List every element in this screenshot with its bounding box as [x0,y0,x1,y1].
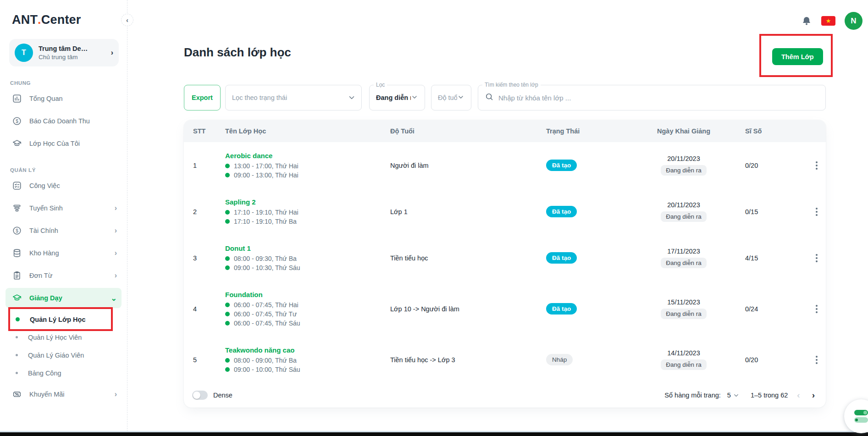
pagination: Số hàng mỗi trang: 5 1–5 trong 62 ‹ › [664,390,818,400]
cell-stt: 5 [184,356,225,364]
cell-age: Người đi làm [390,162,546,169]
sidebar-subitem-bang-cong[interactable]: Bảng Công [6,364,122,382]
green-dot-icon [225,367,230,372]
chevron-down-icon [348,94,356,102]
cell-actions [807,302,826,316]
flag-vietnam-icon[interactable]: ★ [821,16,835,26]
sidebar-item-cong-viec[interactable]: Công Việc [6,176,122,196]
schedule-line: 17:10 - 19:10, Thứ Ba [225,218,390,225]
class-name-link[interactable]: Foundation [225,291,390,298]
table-footer: Dense Số hàng mỗi trang: 5 1–5 trong 62 … [184,383,826,408]
schedule-line: 09:00 - 10:00, Thứ Sáu [225,366,390,373]
sidebar-item-label: Tuyển Sinh [29,204,107,212]
sidebar-item-giang-day[interactable]: Giảng Dạy ⌄ [6,288,122,308]
green-dot-icon [225,321,230,326]
cell-class-name: Teakwondo năng cao 08:00 - 09:00, Thứ Ba… [225,346,390,373]
cell-start-date: 15/11/2023 Đang diễn ra [633,298,734,319]
active-dot-icon [16,317,20,321]
status-filter-select[interactable]: Lọc theo trạng thái [225,85,362,110]
cell-status: Đã tạo [546,252,633,264]
sidebar-item-label: Báo Cáo Doanh Thu [29,117,117,125]
dollar-icon: $ [12,116,22,126]
sidebar-item-bao-cao-doanh-thu[interactable]: $ Báo Cáo Doanh Thu [6,111,122,131]
cell-age: Tiền tiểu học [390,254,546,262]
sidebar-item-khuyen-mai[interactable]: Khuyến Mãi › [6,384,122,404]
chart-icon [12,94,22,104]
export-button[interactable]: Export [184,85,221,110]
schedule-text: 06:00 - 07:45, Thứ Sáu [234,320,300,327]
sidebar-item-kho-hang[interactable]: Kho Hàng › [6,243,122,263]
user-avatar[interactable]: N [845,12,862,30]
green-dot-icon [225,173,230,177]
previous-page-button[interactable]: ‹ [794,390,802,400]
start-date-value: 15/11/2023 [633,298,734,306]
dense-toggle[interactable] [192,391,208,400]
schedule-text: 09:00 - 10:30, Thứ Sáu [234,264,300,271]
sidebar-subitem-quan-ly-hoc-vien[interactable]: Quản Lý Học Viên [6,328,122,346]
sidebar-subitem-quan-ly-giao-vien[interactable]: Quản Lý Giáo Viên [6,346,122,364]
search-input[interactable] [498,94,819,102]
class-name-link[interactable]: Aerobic dance [225,152,390,160]
cell-start-date: 20/11/2023 Đang diễn ra [633,201,734,222]
class-name-link[interactable]: Donut 1 [225,244,390,252]
sidebar-subitem-label: Quản Lý Lớp Học [30,316,85,323]
date-status-tag: Đang diễn ra [661,211,706,222]
sidebar-collapse-button[interactable]: ‹ [121,14,133,26]
kebab-menu-icon[interactable] [813,302,820,316]
bell-icon[interactable] [801,16,812,27]
age-filter-select[interactable]: Độ tuổi [431,85,471,110]
sidebar-subitem-label: Quản Lý Giáo Viên [28,352,84,359]
next-page-button[interactable]: › [809,390,818,400]
clipboard-icon [12,270,22,281]
pagination-range: 1–5 trong 62 [751,392,788,399]
kebab-menu-icon[interactable] [813,159,820,172]
schedule-text: 17:10 - 19:10, Thứ Ba [234,218,297,225]
workspace-avatar: T [15,44,33,62]
loc-filter-label: Lọc [374,82,387,88]
loc-filter-value: Đang diễn ra [376,94,411,101]
svg-text:$: $ [16,228,18,233]
workspace-texts: Trung tâm De… Chủ trung tâm [39,45,105,61]
sidebar-item-tong-quan[interactable]: Tổng Quan [6,88,122,109]
brand-dot: . [38,13,41,27]
loc-filter-select[interactable]: Lọc Đang diễn ra [369,85,425,110]
cell-class-name: Aerobic dance 13:00 - 17:00, Thứ Hai 09:… [225,152,390,179]
schedule-text: 08:00 - 09:30, Thứ Ba [234,255,297,262]
cell-size: 0/15 [734,208,807,215]
kebab-menu-icon[interactable] [813,251,820,265]
age-filter-placeholder: Độ tuổi [438,94,457,101]
chevron-right-icon: › [115,204,117,212]
green-dot-icon [225,303,230,307]
sidebar-item-label: Đơn Từ [29,272,107,279]
rows-per-page-select[interactable]: 5 [727,392,740,399]
sidebar-item-lop-hoc-cua-toi[interactable]: Lớp Học Của Tôi [6,133,122,154]
cell-stt: 2 [184,208,225,215]
cell-age: Lớp 10 -> Người đi làm [390,305,546,313]
class-name-link[interactable]: Sapling 2 [225,198,390,206]
kebab-menu-icon[interactable] [813,205,820,219]
sidebar-item-don-tu[interactable]: Đơn Từ › [6,265,122,286]
cell-start-date: 14/11/2023 Đang diễn ra [633,349,734,370]
sidebar-item-label: Lớp Học Của Tôi [29,140,117,147]
ticket-percent-icon [12,389,22,399]
add-class-button[interactable]: Thêm Lớp [772,48,823,65]
column-header-start-date: Ngày Khai Giảng [633,127,734,135]
class-name-link[interactable]: Teakwondo năng cao [225,346,390,354]
dense-label: Dense [213,392,232,399]
table-row: 2 Sapling 2 17:10 - 19:10, Thứ Hai 17:10… [184,188,826,235]
sidebar-subitem-quan-ly-lop-hoc[interactable]: Quản Lý Lớp Học [6,310,122,328]
sidebar-item-label: Tài Chính [29,227,107,234]
sidebar-item-tai-chinh[interactable]: $ Tài Chính › [6,221,122,241]
schedule-text: 09:00 - 13:00, Thứ Hai [234,171,299,179]
schedule-text: 06:00 - 07:45, Thứ Tư [234,310,297,318]
checklist-icon [12,181,22,191]
column-header-name: Tên Lớp Học [225,127,390,135]
sidebar-section-chung: CHUNG [10,80,127,86]
sidebar-item-tuyen-sinh[interactable]: Tuyển Sinh › [6,198,122,218]
schedule-line: 06:00 - 07:45, Thứ Sáu [225,320,390,327]
workspace-card[interactable]: T Trung tâm De… Chủ trung tâm › [9,39,119,66]
cell-actions [807,205,826,219]
cell-actions [807,251,826,265]
kebab-menu-icon[interactable] [813,353,820,367]
main-content: ★ N Danh sách lớp học Thêm Lớp Export Lọ… [128,0,868,436]
